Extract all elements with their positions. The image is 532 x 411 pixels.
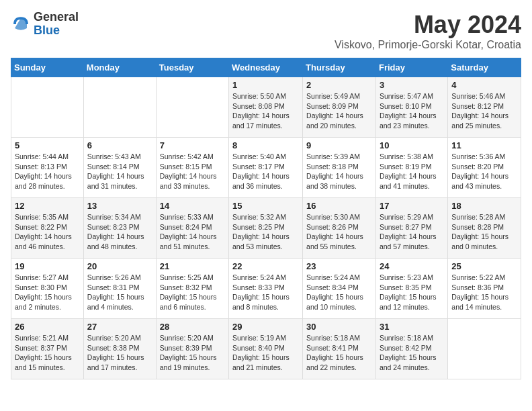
day-number: 10 (380, 140, 444, 150)
day-info: Sunrise: 5:29 AM Sunset: 8:27 PM Dayligh… (380, 212, 444, 252)
day-number: 29 (232, 322, 299, 332)
day-number: 28 (160, 322, 225, 332)
calendar-body: 1Sunrise: 5:50 AM Sunset: 8:08 PM Daylig… (11, 77, 521, 379)
day-number: 30 (306, 322, 372, 332)
calendar-cell: 22Sunrise: 5:24 AM Sunset: 8:33 PM Dayli… (229, 259, 303, 319)
day-info: Sunrise: 5:42 AM Sunset: 8:15 PM Dayligh… (160, 152, 225, 191)
calendar-cell: 2Sunrise: 5:49 AM Sunset: 8:09 PM Daylig… (303, 77, 376, 138)
day-number: 31 (380, 322, 444, 332)
calendar-header: SundayMondayTuesdayWednesdayThursdayFrid… (11, 58, 521, 77)
calendar-cell: 6Sunrise: 5:43 AM Sunset: 8:14 PM Daylig… (83, 138, 156, 198)
calendar-cell: 8Sunrise: 5:40 AM Sunset: 8:17 PM Daylig… (229, 138, 303, 198)
calendar-cell: 29Sunrise: 5:19 AM Sunset: 8:40 PM Dayli… (229, 319, 303, 379)
day-number: 26 (15, 322, 80, 332)
calendar-cell: 5Sunrise: 5:44 AM Sunset: 8:13 PM Daylig… (11, 138, 84, 198)
col-header-tuesday: Tuesday (156, 58, 228, 77)
day-number: 25 (451, 261, 517, 271)
day-info: Sunrise: 5:30 AM Sunset: 8:26 PM Dayligh… (306, 212, 372, 252)
calendar-cell: 25Sunrise: 5:22 AM Sunset: 8:36 PM Dayli… (448, 259, 521, 319)
day-info: Sunrise: 5:28 AM Sunset: 8:28 PM Dayligh… (451, 212, 517, 252)
day-info: Sunrise: 5:43 AM Sunset: 8:14 PM Dayligh… (87, 152, 152, 191)
calendar-cell: 14Sunrise: 5:33 AM Sunset: 8:24 PM Dayli… (156, 198, 228, 259)
day-number: 15 (232, 201, 299, 211)
main-title: May 2024 (335, 11, 521, 39)
day-number: 7 (160, 140, 225, 150)
calendar-cell: 10Sunrise: 5:38 AM Sunset: 8:19 PM Dayli… (375, 138, 447, 198)
day-info: Sunrise: 5:50 AM Sunset: 8:08 PM Dayligh… (232, 91, 299, 131)
calendar-cell: 27Sunrise: 5:20 AM Sunset: 8:38 PM Dayli… (83, 319, 156, 379)
week-row-2: 5Sunrise: 5:44 AM Sunset: 8:13 PM Daylig… (11, 138, 521, 198)
day-number: 18 (451, 201, 517, 211)
col-header-sunday: Sunday (11, 58, 84, 77)
calendar-cell: 31Sunrise: 5:18 AM Sunset: 8:42 PM Dayli… (375, 319, 447, 379)
calendar-cell: 17Sunrise: 5:29 AM Sunset: 8:27 PM Dayli… (375, 198, 447, 259)
day-number: 19 (15, 261, 80, 271)
day-info: Sunrise: 5:44 AM Sunset: 8:13 PM Dayligh… (15, 152, 80, 191)
logo-icon (11, 14, 31, 34)
week-row-4: 19Sunrise: 5:27 AM Sunset: 8:30 PM Dayli… (11, 259, 521, 319)
day-number: 1 (232, 80, 299, 90)
day-number: 5 (15, 140, 80, 150)
calendar-cell (448, 319, 521, 379)
day-info: Sunrise: 5:26 AM Sunset: 8:31 PM Dayligh… (87, 273, 152, 312)
day-number: 22 (232, 261, 299, 271)
day-number: 21 (160, 261, 225, 271)
logo: General Blue (11, 11, 79, 38)
day-info: Sunrise: 5:24 AM Sunset: 8:34 PM Dayligh… (306, 273, 372, 312)
calendar-cell: 4Sunrise: 5:46 AM Sunset: 8:12 PM Daylig… (448, 77, 521, 138)
day-number: 27 (87, 322, 152, 332)
day-info: Sunrise: 5:40 AM Sunset: 8:17 PM Dayligh… (232, 152, 299, 191)
day-info: Sunrise: 5:38 AM Sunset: 8:19 PM Dayligh… (380, 152, 444, 191)
logo-text: General Blue (34, 11, 79, 38)
calendar-cell: 21Sunrise: 5:25 AM Sunset: 8:32 PM Dayli… (156, 259, 228, 319)
day-number: 4 (451, 80, 517, 90)
calendar-cell: 30Sunrise: 5:18 AM Sunset: 8:41 PM Dayli… (303, 319, 376, 379)
calendar-cell: 26Sunrise: 5:21 AM Sunset: 8:37 PM Dayli… (11, 319, 84, 379)
day-number: 23 (306, 261, 372, 271)
day-number: 9 (306, 140, 372, 150)
day-info: Sunrise: 5:21 AM Sunset: 8:37 PM Dayligh… (15, 333, 80, 373)
calendar-cell: 20Sunrise: 5:26 AM Sunset: 8:31 PM Dayli… (83, 259, 156, 319)
calendar-cell (156, 77, 228, 138)
day-info: Sunrise: 5:47 AM Sunset: 8:10 PM Dayligh… (380, 91, 444, 131)
day-number: 8 (232, 140, 299, 150)
calendar-cell: 16Sunrise: 5:30 AM Sunset: 8:26 PM Dayli… (303, 198, 376, 259)
day-info: Sunrise: 5:35 AM Sunset: 8:22 PM Dayligh… (15, 212, 80, 252)
day-number: 24 (380, 261, 444, 271)
logo-general: General (34, 10, 79, 24)
calendar-cell: 12Sunrise: 5:35 AM Sunset: 8:22 PM Dayli… (11, 198, 84, 259)
calendar-cell: 18Sunrise: 5:28 AM Sunset: 8:28 PM Dayli… (448, 198, 521, 259)
day-info: Sunrise: 5:18 AM Sunset: 8:42 PM Dayligh… (380, 333, 444, 373)
col-header-saturday: Saturday (448, 58, 521, 77)
day-info: Sunrise: 5:34 AM Sunset: 8:23 PM Dayligh… (87, 212, 152, 252)
calendar-cell: 3Sunrise: 5:47 AM Sunset: 8:10 PM Daylig… (375, 77, 447, 138)
col-header-monday: Monday (83, 58, 156, 77)
day-number: 12 (15, 201, 80, 211)
col-header-wednesday: Wednesday (229, 58, 303, 77)
day-info: Sunrise: 5:23 AM Sunset: 8:35 PM Dayligh… (380, 273, 444, 312)
day-number: 3 (380, 80, 444, 90)
calendar-cell (83, 77, 156, 138)
day-number: 16 (306, 201, 372, 211)
calendar-table: SundayMondayTuesdayWednesdayThursdayFrid… (11, 58, 521, 379)
calendar-cell: 15Sunrise: 5:32 AM Sunset: 8:25 PM Dayli… (229, 198, 303, 259)
calendar-cell: 24Sunrise: 5:23 AM Sunset: 8:35 PM Dayli… (375, 259, 447, 319)
day-info: Sunrise: 5:49 AM Sunset: 8:09 PM Dayligh… (306, 91, 372, 131)
day-number: 17 (380, 201, 444, 211)
calendar-cell: 13Sunrise: 5:34 AM Sunset: 8:23 PM Dayli… (83, 198, 156, 259)
day-number: 2 (306, 80, 372, 90)
calendar-cell: 1Sunrise: 5:50 AM Sunset: 8:08 PM Daylig… (229, 77, 303, 138)
day-number: 11 (451, 140, 517, 150)
col-header-friday: Friday (375, 58, 447, 77)
day-info: Sunrise: 5:32 AM Sunset: 8:25 PM Dayligh… (232, 212, 299, 252)
day-info: Sunrise: 5:19 AM Sunset: 8:40 PM Dayligh… (232, 333, 299, 373)
col-header-thursday: Thursday (303, 58, 376, 77)
page-header: General Blue May 2024 Viskovo, Primorje-… (11, 11, 521, 51)
calendar-cell: 23Sunrise: 5:24 AM Sunset: 8:34 PM Dayli… (303, 259, 376, 319)
day-info: Sunrise: 5:39 AM Sunset: 8:18 PM Dayligh… (306, 152, 372, 191)
day-info: Sunrise: 5:33 AM Sunset: 8:24 PM Dayligh… (160, 212, 225, 252)
calendar-cell: 11Sunrise: 5:36 AM Sunset: 8:20 PM Dayli… (448, 138, 521, 198)
day-number: 13 (87, 201, 152, 211)
calendar-cell: 19Sunrise: 5:27 AM Sunset: 8:30 PM Dayli… (11, 259, 84, 319)
calendar-cell: 9Sunrise: 5:39 AM Sunset: 8:18 PM Daylig… (303, 138, 376, 198)
